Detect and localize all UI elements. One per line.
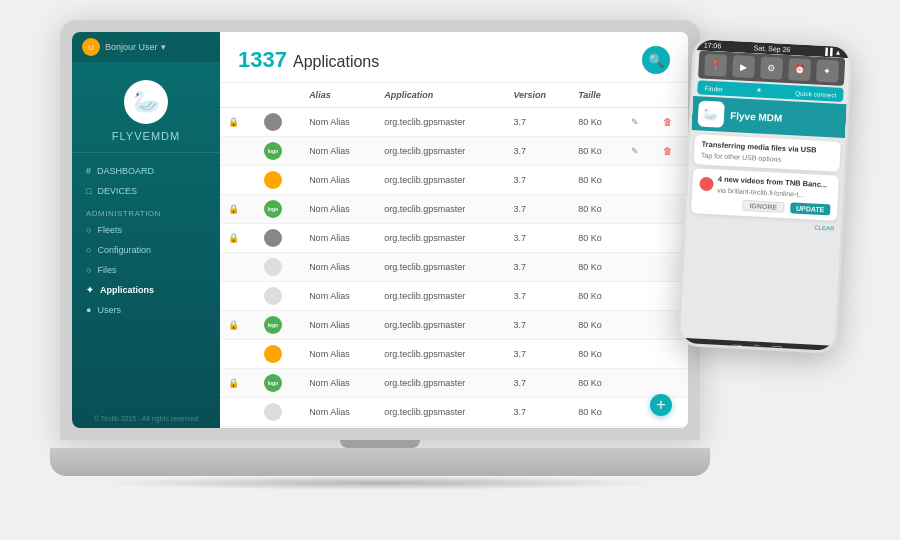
user-bar[interactable]: U Bonjour User ▾	[72, 32, 220, 62]
sidebar-item-applications[interactable]: ✦ Applications	[72, 280, 220, 300]
cell-edit	[623, 340, 655, 369]
cell-alias: Nom Alias	[301, 282, 376, 311]
cell-logo	[256, 108, 301, 137]
cell-alias: Nom Alias	[301, 398, 376, 427]
cell-size: 80 Ko	[570, 311, 623, 340]
laptop: U Bonjour User ▾ 🦢 FLYVEMDM	[50, 20, 710, 510]
cell-edit[interactable]: ✎	[623, 137, 655, 166]
cell-size: 80 Ko	[570, 282, 623, 311]
app-logo	[264, 403, 282, 421]
main-content: 1337 Applications 🔍	[220, 32, 688, 428]
clear-label[interactable]: CLEAR	[814, 225, 834, 232]
table-row: 🔒 Nom Alias org.teclib.gpsmaster 3.7 80 …	[220, 224, 688, 253]
laptop-screen: U Bonjour User ▾ 🦢 FLYVEMDM	[72, 32, 688, 428]
cell-version: 3.7	[505, 398, 570, 427]
sidebar-item-users[interactable]: ● Users	[72, 300, 220, 320]
phone-app-title: Flyve MDM	[730, 110, 783, 124]
cell-edit	[623, 369, 655, 398]
laptop-notch	[340, 440, 420, 448]
phone-icon-btn-alarm[interactable]: ⏰	[788, 58, 811, 81]
phone-app-info: Flyve MDM	[730, 110, 783, 124]
phone-back-button[interactable]	[732, 344, 742, 353]
phone-icon-btn-media[interactable]: ▶	[732, 55, 755, 78]
cell-lock	[220, 253, 256, 282]
cell-size: 80 Ko	[570, 224, 623, 253]
sidebar-item-dashboard-label: DASHBOARD	[97, 166, 154, 176]
app-logo	[264, 229, 282, 247]
cell-alias: Nom Alias	[301, 340, 376, 369]
cell-delete[interactable]: 🗑	[655, 137, 688, 166]
cell-edit	[623, 311, 655, 340]
applications-icon: ✦	[86, 285, 94, 295]
search-button[interactable]: 🔍	[642, 46, 670, 74]
table-row: Nom Alias org.teclib.gpsmaster 3.7 80 Ko	[220, 282, 688, 311]
cell-size: 80 Ko	[570, 369, 623, 398]
cell-lock: 🔒	[220, 369, 256, 398]
lock-icon: 🔒	[228, 320, 239, 330]
col-actions	[623, 83, 655, 108]
sidebar-logo-area: 🦢 FLYVEMDM	[72, 62, 220, 153]
phone-icon-btn-bluetooth[interactable]: ✦	[816, 60, 839, 83]
cell-version: 3.7	[505, 137, 570, 166]
cell-size: 80 Ko	[570, 253, 623, 282]
cell-edit[interactable]: ✎	[623, 108, 655, 137]
table-body: 🔒 Nom Alias org.teclib.gpsmaster 3.7 80 …	[220, 108, 688, 429]
edit-icon[interactable]: ✎	[631, 146, 639, 156]
cell-alias: Nom Alias	[301, 195, 376, 224]
cell-app: org.teclib.gpsmaster	[376, 398, 505, 427]
cell-logo: logo	[256, 427, 301, 429]
app-logo	[264, 171, 282, 189]
sidebar-item-files[interactable]: ○ Files	[72, 260, 220, 280]
cell-logo: logo	[256, 369, 301, 398]
update-button[interactable]: UPDATE	[790, 203, 831, 216]
cell-app: org.teclib.gpsmaster	[376, 340, 505, 369]
cell-alias: Nom Alias	[301, 137, 376, 166]
table-header-row: Alias Application Version Taille	[220, 83, 688, 108]
sidebar-item-files-label: Files	[97, 265, 116, 275]
lock-icon: 🔒	[228, 117, 239, 127]
cell-delete[interactable]: 🗑	[655, 108, 688, 137]
delete-icon[interactable]: 🗑	[663, 146, 672, 156]
phone-icon-btn-gps[interactable]: 📍	[704, 54, 727, 77]
phone-home-button[interactable]	[752, 345, 763, 354]
cell-delete[interactable]: 🗑	[655, 427, 688, 429]
col-lock	[220, 83, 256, 108]
cell-alias: Nom Alias	[301, 224, 376, 253]
sidebar-item-fleets[interactable]: ○ Fleets	[72, 220, 220, 240]
sidebar-item-dashboard[interactable]: # DASHBOARD	[72, 161, 220, 181]
files-icon: ○	[86, 265, 91, 275]
cell-logo	[256, 340, 301, 369]
col-taille: Taille	[570, 83, 623, 108]
cell-edit	[623, 282, 655, 311]
app-logo	[264, 345, 282, 363]
phone-apps-button[interactable]	[772, 346, 783, 354]
edit-icon[interactable]: ✎	[631, 117, 639, 127]
sidebar-item-devices-label: DEVICES	[97, 186, 137, 196]
cell-edit[interactable]: ✎	[623, 427, 655, 429]
cell-app: org.teclib.gpsmaster	[376, 108, 505, 137]
user-dropdown-icon[interactable]: ▾	[161, 42, 166, 52]
col-logo	[256, 83, 301, 108]
cell-logo	[256, 166, 301, 195]
cell-size: 80 Ko	[570, 166, 623, 195]
sidebar-item-devices[interactable]: □ DEVICES	[72, 181, 220, 201]
cell-version: 3.7	[505, 253, 570, 282]
table-row: 🔒 logo Nom Alias org.teclib.gpsmaster 3.…	[220, 369, 688, 398]
app-logo: logo	[264, 316, 282, 334]
cell-logo	[256, 282, 301, 311]
cell-app: org.teclib.gpsmaster	[376, 166, 505, 195]
nav-section: # DASHBOARD □ DEVICES ADMINISTRATION ○ F…	[72, 153, 220, 409]
col-delete	[655, 83, 688, 108]
table-wrapper: Alias Application Version Taille	[220, 83, 688, 428]
add-fab-button[interactable]: +	[650, 394, 672, 416]
phone-screen: 📍 ▶ ⚙ ⏰ ✦ Finder ★ Quick connect 🦢 Flyve…	[680, 50, 849, 346]
ignore-button[interactable]: IGNORE	[742, 200, 784, 213]
sidebar: U Bonjour User ▾ 🦢 FLYVEMDM	[72, 32, 220, 428]
cell-alias: Nom Alias	[301, 166, 376, 195]
sidebar-item-configuration[interactable]: ○ Configuration	[72, 240, 220, 260]
cell-edit	[623, 253, 655, 282]
sidebar-item-users-label: Users	[97, 305, 121, 315]
app-logo	[264, 287, 282, 305]
delete-icon[interactable]: 🗑	[663, 117, 672, 127]
phone-icon-btn-wifi[interactable]: ⚙	[760, 57, 783, 80]
